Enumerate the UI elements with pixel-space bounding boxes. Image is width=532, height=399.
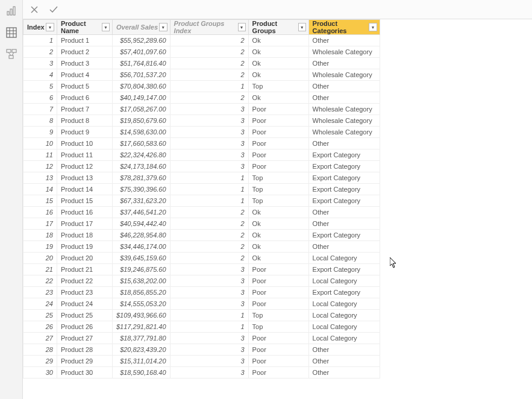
table-cell[interactable]: 1 — [170, 172, 248, 184]
table-cell[interactable]: 21 — [23, 264, 57, 275]
column-header[interactable]: Index▼ — [23, 20, 57, 35]
table-cell[interactable]: Product 16 — [57, 207, 113, 218]
table-cell[interactable]: Local Category — [308, 275, 380, 287]
table-cell[interactable]: $19,850,679.60 — [113, 115, 171, 127]
table-cell[interactable]: $14,555,053.20 — [113, 298, 171, 310]
table-cell[interactable]: 3 — [170, 149, 248, 161]
table-row[interactable]: 13Product 13$78,281,379.601TopExport Cat… — [23, 172, 380, 184]
table-cell[interactable]: $20,823,439.20 — [113, 344, 171, 356]
table-cell[interactable]: 2 — [23, 46, 57, 58]
table-cell[interactable]: 3 — [170, 367, 248, 379]
table-cell[interactable]: 23 — [23, 287, 57, 298]
table-cell[interactable]: Product 23 — [57, 287, 113, 298]
table-cell[interactable]: Ok — [248, 218, 308, 230]
table-cell[interactable]: Poor — [248, 264, 308, 275]
table-cell[interactable]: 3 — [170, 264, 248, 275]
table-row[interactable]: 29Product 29$15,311,014.203PoorOther — [23, 356, 380, 367]
table-cell[interactable]: 20 — [23, 253, 57, 264]
table-cell[interactable]: Poor — [248, 344, 308, 356]
column-header[interactable]: Product Groups▼ — [248, 20, 308, 35]
table-cell[interactable]: Export Category — [308, 149, 380, 161]
table-row[interactable]: 8Product 8$19,850,679.603PoorWholesale C… — [23, 115, 380, 127]
table-cell[interactable]: $19,246,875.60 — [113, 264, 171, 275]
table-cell[interactable]: Poor — [248, 356, 308, 367]
table-cell[interactable]: 6 — [23, 92, 57, 104]
table-cell[interactable]: Other — [308, 218, 380, 230]
table-cell[interactable]: Ok — [248, 69, 308, 81]
table-cell[interactable]: 2 — [170, 207, 248, 218]
table-row[interactable]: 17Product 17$40,594,442.402OkOther — [23, 218, 380, 230]
table-cell[interactable]: $15,311,014.20 — [113, 356, 171, 367]
table-cell[interactable]: 11 — [23, 149, 57, 161]
table-cell[interactable]: $56,701,537.20 — [113, 69, 171, 81]
table-cell[interactable]: Product 29 — [57, 356, 113, 367]
table-cell[interactable]: 5 — [23, 81, 57, 92]
table-cell[interactable]: Poor — [248, 115, 308, 127]
table-cell[interactable]: Wholesale Category — [308, 69, 380, 81]
table-cell[interactable]: Product 13 — [57, 172, 113, 184]
table-row[interactable]: 23Product 23$18,856,855.203PoorExport Ca… — [23, 287, 380, 298]
table-row[interactable]: 30Product 30$18,590,168.403PoorOther — [23, 367, 380, 379]
table-cell[interactable]: Poor — [248, 298, 308, 310]
table-cell[interactable]: 3 — [23, 58, 57, 69]
table-row[interactable]: 16Product 16$37,446,541.202OkOther — [23, 207, 380, 218]
table-cell[interactable]: $109,493,966.60 — [113, 310, 171, 321]
table-cell[interactable]: Export Category — [308, 230, 380, 241]
table-cell[interactable]: $39,645,159.60 — [113, 253, 171, 264]
column-filter-dropdown[interactable]: ▼ — [298, 23, 306, 31]
table-cell[interactable]: $70,804,380.60 — [113, 81, 171, 92]
table-cell[interactable]: Export Category — [308, 195, 380, 207]
table-cell[interactable]: Product 9 — [57, 127, 113, 138]
table-cell[interactable]: Product 15 — [57, 195, 113, 207]
column-header[interactable]: Product Name▼ — [57, 20, 113, 35]
table-cell[interactable]: 24 — [23, 298, 57, 310]
table-cell[interactable]: 30 — [23, 367, 57, 379]
table-cell[interactable]: 3 — [170, 127, 248, 138]
column-header[interactable]: Product Groups Index▼ — [170, 20, 248, 35]
table-cell[interactable]: Top — [248, 321, 308, 333]
table-cell[interactable]: Local Category — [308, 253, 380, 264]
table-cell[interactable]: Poor — [248, 138, 308, 149]
table-cell[interactable]: 3 — [170, 356, 248, 367]
table-cell[interactable]: $17,660,583.60 — [113, 138, 171, 149]
table-cell[interactable]: 2 — [170, 92, 248, 104]
table-cell[interactable]: Product 6 — [57, 92, 113, 104]
table-cell[interactable]: Product 10 — [57, 138, 113, 149]
table-cell[interactable]: Poor — [248, 161, 308, 172]
table-cell[interactable]: Poor — [248, 367, 308, 379]
table-cell[interactable]: Other — [308, 92, 380, 104]
table-cell[interactable]: $34,446,174.00 — [113, 241, 171, 253]
table-cell[interactable]: $17,058,267.00 — [113, 104, 171, 115]
report-view-icon[interactable] — [5, 5, 17, 17]
table-row[interactable]: 15Product 15$67,331,623.201TopExport Cat… — [23, 195, 380, 207]
table-cell[interactable]: Poor — [248, 149, 308, 161]
table-row[interactable]: 20Product 20$39,645,159.602OkLocal Categ… — [23, 253, 380, 264]
table-row[interactable]: 26Product 26$117,291,821.401TopLocal Cat… — [23, 321, 380, 333]
table-row[interactable]: 25Product 25$109,493,966.601TopLocal Cat… — [23, 310, 380, 321]
table-cell[interactable]: 16 — [23, 207, 57, 218]
table-cell[interactable]: Ok — [248, 253, 308, 264]
table-cell[interactable]: Top — [248, 184, 308, 195]
table-cell[interactable]: 1 — [170, 321, 248, 333]
table-cell[interactable]: Top — [248, 81, 308, 92]
table-cell[interactable]: Other — [308, 58, 380, 69]
table-cell[interactable]: $57,401,097.60 — [113, 46, 171, 58]
table-cell[interactable]: Ok — [248, 92, 308, 104]
table-cell[interactable]: 3 — [170, 138, 248, 149]
column-filter-dropdown[interactable]: ▼ — [159, 23, 167, 31]
table-cell[interactable]: Wholesale Category — [308, 127, 380, 138]
table-cell[interactable]: 8 — [23, 115, 57, 127]
table-row[interactable]: 6Product 6$40,149,147.002OkOther — [23, 92, 380, 104]
table-cell[interactable]: $78,281,379.60 — [113, 172, 171, 184]
table-cell[interactable]: 25 — [23, 310, 57, 321]
table-cell[interactable]: Product 3 — [57, 58, 113, 69]
table-cell[interactable]: Product 5 — [57, 81, 113, 92]
table-cell[interactable]: Export Category — [308, 264, 380, 275]
table-cell[interactable]: $117,291,821.40 — [113, 321, 171, 333]
table-cell[interactable]: Product 20 — [57, 253, 113, 264]
table-cell[interactable]: 18 — [23, 230, 57, 241]
table-cell[interactable]: Other — [308, 35, 380, 46]
table-cell[interactable]: Product 24 — [57, 298, 113, 310]
table-row[interactable]: 9Product 9$14,598,630.003PoorWholesale C… — [23, 127, 380, 138]
table-cell[interactable]: Product 19 — [57, 241, 113, 253]
